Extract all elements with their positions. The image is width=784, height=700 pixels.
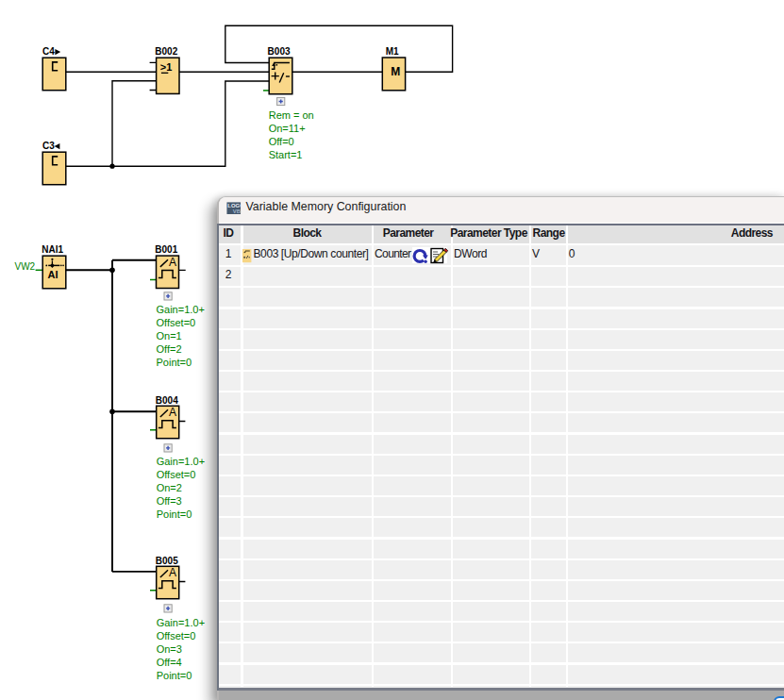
svg-text:B005: B005: [156, 556, 178, 566]
svg-text:Point=0: Point=0: [157, 508, 192, 520]
svg-text:AI: AI: [48, 269, 58, 280]
svg-text:C3: C3: [42, 141, 55, 151]
svg-text:Rem = on: Rem = on: [269, 109, 314, 121]
svg-text:B002: B002: [155, 46, 177, 57]
svg-text:Offset=0: Offset=0: [157, 469, 196, 480]
svg-text:On=2: On=2: [157, 482, 182, 493]
svg-text:NAI1: NAI1: [42, 244, 63, 255]
svg-text:VB: VB: [233, 208, 241, 213]
svg-text:M1: M1: [386, 46, 399, 57]
svg-text:Off=4: Off=4: [157, 657, 182, 668]
svg-text:>1: >1: [160, 61, 173, 73]
svg-text:LOGO: LOGO: [227, 203, 241, 208]
svg-text:Off=0: Off=0: [269, 136, 294, 147]
svg-text:On=3: On=3: [157, 643, 182, 655]
svg-text:B003: B003: [268, 46, 291, 57]
svg-text:Point=0: Point=0: [157, 670, 192, 681]
svg-text:A: A: [169, 406, 176, 419]
svg-text:M: M: [391, 65, 400, 78]
svg-text:A: A: [169, 566, 176, 579]
svg-text:B001: B001: [155, 244, 177, 255]
svg-text:Gain=1.0+: Gain=1.0+: [157, 304, 205, 315]
svg-text:On=1: On=1: [157, 330, 182, 342]
svg-text:VW2: VW2: [15, 261, 36, 272]
svg-text:On=11+: On=11+: [269, 123, 306, 134]
svg-text:B004: B004: [156, 395, 178, 406]
svg-text:Gain=1.0+: Gain=1.0+: [157, 456, 205, 467]
svg-text:Off=2: Off=2: [157, 343, 182, 355]
svg-text:Offset=0: Offset=0: [157, 317, 196, 328]
svg-text:Start=1: Start=1: [269, 149, 303, 160]
svg-text:C4: C4: [42, 46, 55, 57]
svg-text:Gain=1.0+: Gain=1.0+: [157, 617, 205, 628]
svg-text:Off=3: Off=3: [157, 495, 182, 507]
svg-text:Point=0: Point=0: [157, 357, 192, 368]
svg-text:Offset=0: Offset=0: [157, 630, 196, 642]
svg-text:A: A: [169, 256, 176, 269]
